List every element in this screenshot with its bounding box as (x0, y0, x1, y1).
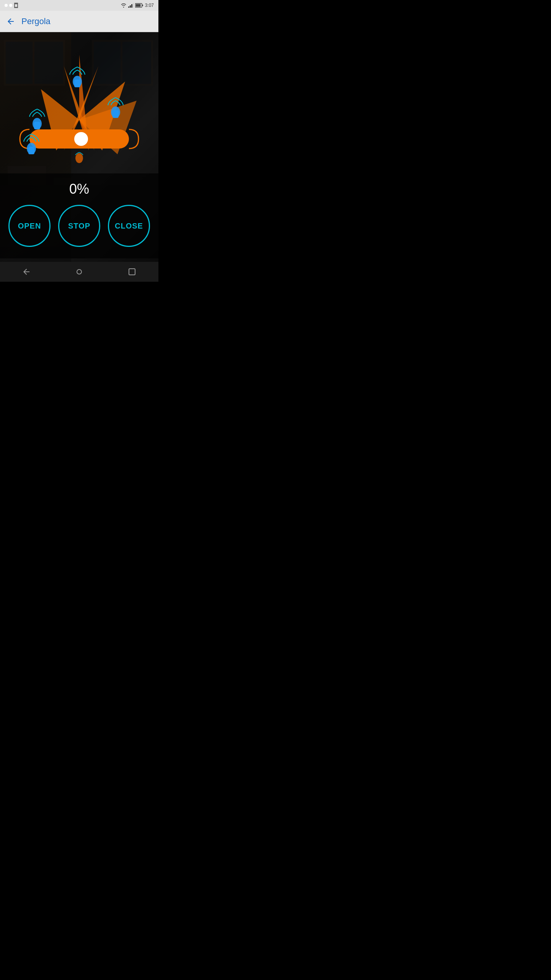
bottom-controls: 0% OPEN STOP CLOSE (0, 173, 158, 258)
svg-point-19 (74, 132, 88, 146)
signal-icon (128, 3, 134, 8)
svg-rect-27 (28, 147, 34, 154)
recents-nav-button[interactable] (124, 264, 140, 279)
svg-rect-21 (34, 122, 40, 129)
svg-point-29 (77, 270, 82, 274)
stop-button[interactable]: STOP (58, 205, 100, 247)
svg-rect-8 (142, 5, 143, 6)
back-button[interactable] (6, 17, 15, 26)
page-title: Pergola (21, 16, 51, 26)
svg-rect-30 (129, 269, 135, 275)
svg-rect-23 (74, 80, 80, 87)
svg-rect-7 (135, 4, 140, 7)
svg-point-28 (75, 153, 83, 163)
control-area: 0% OPEN STOP CLOSE (0, 32, 158, 262)
sim-icon (14, 3, 18, 8)
svg-rect-2 (128, 7, 129, 8)
main-content: 0% OPEN STOP CLOSE (0, 32, 158, 262)
open-button[interactable]: OPEN (8, 205, 51, 247)
percentage-display: 0% (69, 181, 89, 197)
pergola-illustration (18, 43, 140, 166)
back-nav-button[interactable] (19, 264, 34, 279)
dot-icon-1 (5, 4, 8, 7)
svg-rect-5 (133, 3, 134, 8)
status-bar-left (5, 3, 18, 8)
status-time: 3:07 (145, 3, 154, 8)
nav-bar (0, 262, 158, 282)
pergola-svg (18, 43, 140, 166)
svg-rect-25 (112, 110, 119, 118)
svg-rect-3 (130, 5, 131, 8)
dot-icon-2 (9, 4, 12, 7)
wifi-icon (121, 3, 127, 8)
close-button[interactable]: CLOSE (108, 205, 150, 247)
control-buttons: OPEN STOP CLOSE (8, 205, 150, 247)
status-bar: 3:07 (0, 0, 158, 11)
battery-icon (135, 3, 143, 8)
svg-rect-4 (131, 4, 132, 8)
svg-rect-1 (15, 4, 17, 7)
status-bar-right: 3:07 (121, 3, 154, 8)
app-bar: Pergola (0, 11, 158, 32)
home-nav-button[interactable] (72, 264, 87, 279)
